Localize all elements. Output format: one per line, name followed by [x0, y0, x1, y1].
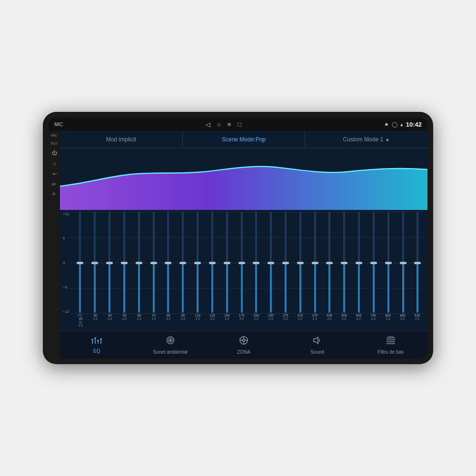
slider-col-110[interactable]	[191, 212, 205, 313]
slider-track-60[interactable]	[138, 212, 140, 313]
slider-col-435[interactable]	[323, 212, 337, 313]
slider-thumb-800[interactable]	[385, 262, 392, 264]
slider-col-235[interactable]	[264, 212, 278, 313]
freq-hz-125: 125	[209, 314, 215, 317]
back-side-button[interactable]: ↩	[52, 171, 57, 177]
slider-track-80[interactable]	[167, 212, 169, 313]
slider-thumb-600[interactable]	[356, 262, 362, 264]
eq-visualization	[60, 148, 427, 210]
tab-custom-mode[interactable]: Custom Mode 1 ▲	[305, 131, 427, 148]
slider-thumb-40[interactable]	[106, 262, 113, 264]
slider-col-60[interactable]	[132, 212, 146, 313]
back-nav-btn[interactable]: ◁	[206, 121, 210, 128]
slider-col-800[interactable]	[381, 212, 395, 313]
slider-col-20[interactable]	[73, 212, 87, 313]
slider-track-275[interactable]	[285, 212, 287, 313]
slider-thumb-315[interactable]	[297, 262, 304, 264]
slider-track-920[interactable]	[416, 212, 418, 313]
slider-track-125[interactable]	[211, 212, 213, 313]
slider-track-200[interactable]	[255, 212, 257, 313]
freq-hz-700: 700	[371, 314, 377, 317]
slider-track-375[interactable]	[314, 212, 316, 313]
slider-col-70[interactable]	[147, 212, 160, 313]
freq-hz-70: 70	[152, 314, 156, 317]
status-time: 10:42	[406, 121, 422, 128]
slider-col-275[interactable]	[279, 212, 293, 313]
slider-thumb-375[interactable]	[312, 262, 318, 264]
slider-thumb-30[interactable]	[91, 262, 98, 264]
slider-thumb-110[interactable]	[194, 262, 201, 264]
slider-thumb-95[interactable]	[179, 262, 186, 264]
freq-label-col-30: 302.2	[88, 314, 103, 327]
slider-track-20[interactable]	[79, 212, 81, 313]
slider-track-175[interactable]	[241, 212, 243, 313]
slider-thumb-150[interactable]	[224, 262, 230, 264]
slider-thumb-175[interactable]	[238, 262, 245, 264]
slider-thumb-920[interactable]	[414, 262, 421, 264]
slider-col-600[interactable]	[352, 212, 366, 313]
nav-item-zona[interactable]: ZONA	[207, 331, 280, 358]
tab-mod-implicit[interactable]: Mod implicit	[60, 131, 183, 148]
slider-col-700[interactable]	[367, 212, 381, 313]
nav-item-eq[interactable]: EQ	[60, 331, 133, 358]
slider-col-50[interactable]	[117, 212, 131, 313]
slider-thumb-275[interactable]	[282, 262, 289, 264]
vol-up-button[interactable]: 4+	[52, 182, 57, 187]
slider-thumb-700[interactable]	[370, 262, 377, 264]
slider-thumb-500[interactable]	[341, 262, 347, 264]
slider-track-95[interactable]	[182, 212, 184, 313]
slider-col-175[interactable]	[235, 212, 248, 313]
status-left: MIC	[54, 122, 63, 127]
slider-track-860[interactable]	[402, 212, 404, 313]
slider-thumb-435[interactable]	[326, 262, 333, 264]
slider-col-95[interactable]	[176, 212, 190, 313]
slider-col-30[interactable]	[88, 212, 102, 313]
slider-track-315[interactable]	[299, 212, 301, 313]
slider-track-150[interactable]	[226, 212, 228, 313]
grid-label-minus6: −6	[63, 285, 69, 289]
slider-col-500[interactable]	[337, 212, 351, 313]
nav-item-ambient[interactable]: Sunet ambiental	[133, 331, 207, 358]
slider-col-200[interactable]	[249, 212, 263, 313]
svg-point-12	[243, 339, 245, 342]
slider-track-600[interactable]	[358, 212, 360, 313]
slider-thumb-235[interactable]	[268, 262, 274, 264]
slider-col-375[interactable]	[308, 212, 322, 313]
menu-nav-btn[interactable]: ≡	[228, 121, 231, 128]
slider-thumb-50[interactable]	[121, 262, 128, 264]
vol-down-button[interactable]: 4-	[52, 191, 56, 196]
slider-col-80[interactable]	[161, 212, 175, 313]
slider-track-800[interactable]	[387, 212, 389, 313]
nav-item-bass[interactable]: Filtru de bas	[354, 331, 427, 358]
slider-track-435[interactable]	[328, 212, 330, 313]
slider-track-50[interactable]	[123, 212, 125, 313]
slider-track-40[interactable]	[109, 212, 110, 313]
slider-thumb-80[interactable]	[165, 262, 171, 264]
nav-item-sound[interactable]: Sound	[280, 331, 354, 358]
slider-col-860[interactable]	[396, 212, 410, 313]
slider-thumb-20[interactable]	[77, 262, 83, 264]
slider-col-125[interactable]	[205, 212, 219, 313]
power-button[interactable]: ⏻	[52, 150, 57, 156]
main-screen: Mod implicit Scene Mode:Pop Custom Mode …	[60, 131, 427, 358]
home-nav-btn[interactable]: ○	[217, 121, 221, 128]
slider-col-40[interactable]	[103, 212, 117, 313]
slider-col-150[interactable]	[220, 212, 234, 313]
slider-thumb-60[interactable]	[136, 262, 142, 264]
slider-track-70[interactable]	[153, 212, 155, 313]
slider-thumb-125[interactable]	[209, 262, 216, 264]
slider-track-500[interactable]	[343, 212, 345, 313]
slider-track-235[interactable]	[270, 212, 272, 313]
home-side-button[interactable]: ⌂	[53, 160, 56, 166]
slider-thumb-860[interactable]	[400, 262, 407, 264]
slider-track-110[interactable]	[197, 212, 198, 313]
slider-col-315[interactable]	[293, 212, 307, 313]
slider-col-920[interactable]	[411, 212, 425, 313]
tab-scene-mode[interactable]: Scene Mode:Pop	[183, 131, 306, 148]
slider-thumb-200[interactable]	[253, 262, 259, 264]
slider-track-700[interactable]	[373, 212, 375, 313]
slider-track-30[interactable]	[94, 212, 96, 313]
slider-thumb-70[interactable]	[150, 262, 157, 264]
freq-label-col-235: 2352.2	[264, 314, 278, 327]
recents-nav-btn[interactable]: □	[238, 121, 241, 128]
